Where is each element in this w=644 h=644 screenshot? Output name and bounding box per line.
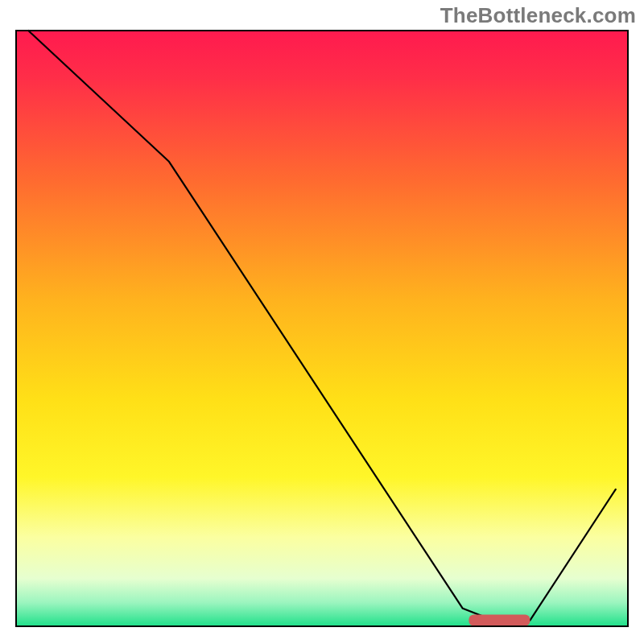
chart-svg xyxy=(0,0,644,644)
watermark-text: TheBottleneck.com xyxy=(440,3,636,28)
optimal-marker xyxy=(469,615,530,626)
bottleneck-chart: TheBottleneck.com xyxy=(0,0,644,644)
plot-background xyxy=(16,31,628,626)
